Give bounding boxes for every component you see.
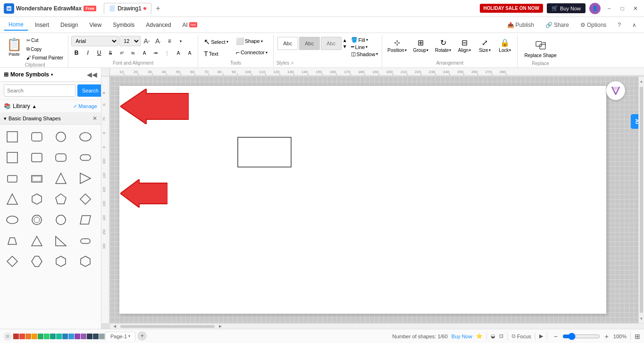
shape-hexagon[interactable] bbox=[27, 190, 46, 209]
drawing-tab[interactable]: Drawing1 bbox=[104, 3, 151, 14]
color-swatch-dark2[interactable] bbox=[93, 334, 99, 339]
copy-btn[interactable]: ⧉ Copy bbox=[25, 45, 65, 53]
nav-symbols[interactable]: Symbols bbox=[108, 20, 139, 30]
fill-dropdown[interactable]: ▾ bbox=[366, 38, 368, 42]
publish-btn[interactable]: 📤 Publish bbox=[503, 20, 538, 30]
position-btn[interactable]: ⊹ Position ▾ bbox=[385, 37, 409, 59]
user-avatar[interactable]: 👤 bbox=[589, 3, 601, 14]
connector-btn[interactable]: ⌐ Connector ▾ bbox=[233, 47, 270, 58]
decrease-font-btn[interactable]: A- bbox=[153, 36, 163, 46]
shape-triangle3[interactable] bbox=[27, 231, 46, 250]
buy-now-btn[interactable]: 🛒 Buy Now bbox=[547, 3, 585, 13]
color-swatch-green[interactable] bbox=[38, 334, 43, 339]
search-input[interactable] bbox=[4, 84, 75, 97]
superscript-btn[interactable]: x² bbox=[117, 48, 127, 58]
align-btn[interactable]: ⊟ Align ▾ bbox=[455, 37, 474, 59]
shape-circle[interactable] bbox=[51, 127, 70, 146]
shape-rounded-rect[interactable] bbox=[27, 127, 46, 146]
nav-design[interactable]: Design bbox=[56, 20, 83, 30]
rotate-btn[interactable]: ↻ Rotate ▾ bbox=[433, 37, 453, 59]
collapse-ribbon-btn[interactable]: ∧ bbox=[628, 20, 640, 30]
scroll-down-btn[interactable]: ▼ bbox=[639, 314, 644, 323]
zoom-in-btn[interactable]: + bbox=[602, 332, 611, 341]
color-swatch-orange[interactable] bbox=[25, 334, 31, 339]
shape-parallelogram[interactable] bbox=[76, 210, 95, 229]
cut-btn[interactable]: ✂ Cut bbox=[25, 37, 65, 44]
shapes-section-header[interactable]: ▾ Basic Drawing Shapes ✕ bbox=[0, 113, 101, 125]
scroll-thumb-h[interactable] bbox=[120, 325, 215, 328]
select-btn[interactable]: ↖ Select ▾ bbox=[201, 36, 231, 48]
align-btn[interactable]: ≡ bbox=[164, 36, 175, 46]
shape-ellipse[interactable] bbox=[3, 210, 22, 229]
zoom-slider[interactable] bbox=[562, 333, 600, 340]
shape-stadium[interactable] bbox=[76, 148, 95, 167]
list-btn[interactable]: ≔ bbox=[151, 48, 161, 58]
color-swatch-blue[interactable] bbox=[62, 334, 68, 339]
text-direction-btn[interactable]: A bbox=[139, 48, 150, 58]
line-btn[interactable]: ━ Line ▾ bbox=[351, 44, 378, 50]
subscript-btn[interactable]: x₂ bbox=[128, 48, 138, 58]
add-page-btn[interactable]: + bbox=[137, 331, 147, 341]
fit-screen-btn[interactable]: ⊞ bbox=[635, 333, 640, 340]
color-swatch-purple2[interactable] bbox=[81, 334, 86, 339]
canvas-color-btn[interactable] bbox=[4, 333, 11, 340]
focus-btn[interactable]: ⊙ Focus bbox=[511, 333, 531, 339]
shape-diamond2[interactable] bbox=[3, 252, 22, 271]
select-dropdown[interactable]: ▾ bbox=[226, 40, 228, 44]
arrow-shape-small[interactable] bbox=[120, 179, 167, 209]
nav-view[interactable]: View bbox=[84, 20, 106, 30]
scrollbar-vertical[interactable]: ▲ ▼ bbox=[638, 76, 644, 323]
italic-btn[interactable]: I bbox=[83, 48, 93, 58]
increase-font-btn[interactable]: A+ bbox=[142, 36, 152, 46]
new-tab-btn[interactable]: + bbox=[152, 3, 164, 14]
styles-expand-icon[interactable]: ↗ bbox=[290, 61, 294, 66]
style-swatch-3[interactable]: Abc bbox=[321, 37, 342, 50]
shape-triangle2[interactable] bbox=[3, 190, 22, 209]
rotate-dropdown[interactable]: ▾ bbox=[449, 48, 451, 52]
size-btn[interactable]: ⤢ Size ▾ bbox=[475, 37, 494, 59]
text-color-btn[interactable]: A bbox=[173, 48, 184, 58]
style-swatch-2[interactable]: Abc bbox=[299, 37, 320, 50]
nav-ai[interactable]: AI hot bbox=[178, 20, 202, 30]
minimize-btn[interactable]: − bbox=[604, 4, 614, 13]
buy-now-status-btn[interactable]: Buy Now bbox=[452, 334, 472, 339]
shadow-btn[interactable]: ◫ Shadow ▾ bbox=[351, 51, 378, 57]
nav-home[interactable]: Home bbox=[4, 19, 28, 31]
page-tab-dropdown[interactable]: ▾ bbox=[128, 334, 130, 338]
color-swatch-dark[interactable] bbox=[87, 334, 92, 339]
color-swatch-red[interactable] bbox=[13, 334, 19, 339]
shape-square[interactable] bbox=[3, 127, 22, 146]
shape-hexagon2[interactable] bbox=[27, 252, 46, 271]
play-btn[interactable]: ▶ bbox=[539, 333, 543, 339]
color-swatch-teal[interactable] bbox=[50, 334, 56, 339]
fill-btn[interactable]: 🪣 Fill ▾ bbox=[351, 37, 378, 43]
shape-pentagon[interactable] bbox=[51, 190, 70, 209]
font-size-select[interactable]: 12 bbox=[119, 36, 141, 46]
rect-shape[interactable] bbox=[237, 137, 292, 169]
styles-scroll-up[interactable]: ▲ bbox=[343, 38, 347, 43]
shape-rounded-rect2[interactable] bbox=[27, 148, 46, 167]
shape-squircle[interactable] bbox=[3, 169, 22, 188]
close-btn[interactable]: ✕ bbox=[631, 4, 640, 13]
paste-btn[interactable]: 📋 Paste bbox=[5, 36, 24, 58]
shape-triangle-right[interactable] bbox=[76, 169, 95, 188]
shape-trapezoid[interactable] bbox=[3, 231, 22, 250]
shape-circle-outline2[interactable] bbox=[51, 210, 70, 229]
lock-dropdown[interactable]: ▾ bbox=[509, 48, 511, 52]
color-swatch-green2[interactable] bbox=[44, 334, 50, 339]
shape-pill[interactable] bbox=[76, 231, 95, 250]
theme-btn[interactable]: ◒ bbox=[491, 333, 495, 339]
nav-insert[interactable]: Insert bbox=[30, 20, 54, 30]
align-dropdown[interactable]: ▾ bbox=[469, 48, 471, 52]
strikethrough-btn[interactable]: S bbox=[105, 48, 116, 58]
color-swatch-blue2[interactable] bbox=[68, 334, 74, 339]
color-swatch-teal2[interactable] bbox=[56, 334, 62, 339]
shape-square2[interactable] bbox=[3, 148, 22, 167]
scroll-left-btn[interactable]: ◀ bbox=[111, 324, 118, 329]
canvas-content[interactable]: AI ▲ ▼ bbox=[110, 76, 644, 323]
library-btn[interactable]: 📚 Library ▲ bbox=[4, 103, 37, 109]
page-1-tab[interactable]: Page-1 ▾ bbox=[105, 332, 135, 341]
options-btn[interactable]: ⚙ Options bbox=[577, 20, 610, 30]
zoom-out-btn[interactable]: − bbox=[551, 332, 560, 341]
text-tool-btn[interactable]: T Text bbox=[201, 49, 231, 59]
